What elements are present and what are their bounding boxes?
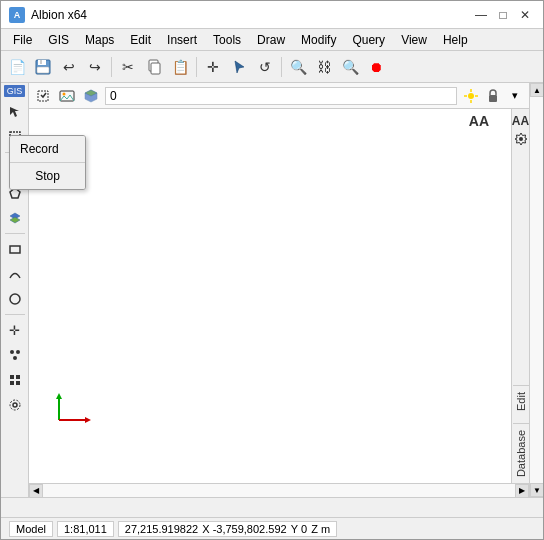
svg-rect-34 (489, 95, 497, 102)
svg-point-23 (10, 400, 20, 410)
scroll-left-btn[interactable]: ◀ (29, 484, 43, 498)
svg-point-22 (13, 403, 17, 407)
scroll-down-btn[interactable]: ▼ (530, 483, 543, 497)
scroll-up-btn[interactable]: ▲ (530, 83, 543, 97)
canvas-wrapper: AA AA (29, 109, 529, 483)
compass (49, 390, 99, 433)
menu-modify[interactable]: Modify (293, 29, 344, 50)
toolbar-zoom[interactable]: 🔍 (286, 55, 310, 79)
window-title: Albion x64 (31, 8, 87, 22)
layer-sun-btn[interactable] (461, 86, 481, 106)
unit-value: m (321, 523, 330, 535)
close-button[interactable]: ✕ (515, 5, 535, 25)
y-value: -3,759,802.592 (213, 523, 287, 535)
tool-layers[interactable] (3, 206, 27, 230)
minimize-button[interactable]: — (471, 5, 491, 25)
model-status: Model (9, 521, 53, 537)
status-bar: Model 1:81,011 27,215.919822 X -3,759,80… (1, 517, 543, 539)
layer-select-btn[interactable] (33, 86, 53, 106)
toolbar-link[interactable]: ⛓ (312, 55, 336, 79)
edit-section: Edit (513, 385, 529, 417)
coord-status: 27,215.919822 X -3,759,802.592 Y 0 Z m (118, 521, 337, 537)
x-value: 27,215.919822 (125, 523, 198, 535)
stop-button[interactable]: Stop (10, 163, 85, 189)
menu-file[interactable]: File (5, 29, 40, 50)
toolbar-redo[interactable]: ↪ (83, 55, 107, 79)
layer-dropdown-btn[interactable]: ▾ (505, 86, 525, 106)
tool-cross[interactable]: ✛ (3, 318, 27, 342)
svg-rect-2 (40, 60, 42, 64)
tool-settings[interactable] (3, 393, 27, 417)
menu-query[interactable]: Query (344, 29, 393, 50)
tool-rectangle[interactable] (3, 237, 27, 261)
gis-badge: GIS (4, 85, 26, 97)
toolbar-undo[interactable]: ↩ (57, 55, 81, 79)
canvas[interactable]: AA (29, 109, 511, 483)
y-label: Y (291, 523, 298, 535)
canvas-area: ▾ AA (29, 83, 529, 497)
left-sep-2 (5, 233, 25, 234)
bottom-extra (1, 497, 543, 517)
menu-view[interactable]: View (393, 29, 435, 50)
layer-lock-btn[interactable] (483, 86, 503, 106)
layer-input[interactable] (105, 87, 457, 105)
horizontal-scrollbar: ◀ ▶ (29, 483, 529, 497)
record-stop-panel: Record Stop (9, 135, 86, 190)
scroll-right-btn[interactable]: ▶ (515, 484, 529, 498)
scroll-h-track[interactable] (43, 484, 515, 497)
menu-gis[interactable]: GIS (40, 29, 77, 50)
svg-point-15 (10, 350, 14, 354)
layer-icons: ▾ (461, 86, 525, 106)
main-window: A Albion x64 — □ ✕ File GIS Maps Edit In… (0, 0, 544, 540)
svg-marker-36 (56, 393, 62, 399)
layer-bar: ▾ (29, 83, 529, 109)
svg-rect-3 (37, 67, 49, 73)
tool-node[interactable] (3, 343, 27, 367)
menu-maps[interactable]: Maps (77, 29, 122, 50)
menu-help[interactable]: Help (435, 29, 476, 50)
svg-rect-20 (10, 381, 14, 385)
maximize-button[interactable]: □ (493, 5, 513, 25)
z-value: 0 (301, 523, 307, 535)
edit-label[interactable]: Edit (513, 388, 529, 415)
tool-circle[interactable] (3, 287, 27, 311)
left-sep-3 (5, 314, 25, 315)
toolbar-record[interactable]: ⏺ (364, 55, 388, 79)
toolbar-new[interactable]: 📄 (5, 55, 29, 79)
svg-marker-6 (235, 61, 244, 73)
tool-grid[interactable] (3, 368, 27, 392)
database-section: Database (513, 423, 529, 483)
settings-tool-btn[interactable] (513, 131, 529, 147)
toolbar-paste[interactable]: 📋 (168, 55, 192, 79)
toolbar-select[interactable] (227, 55, 251, 79)
tool-arc[interactable] (3, 262, 27, 286)
menu-edit[interactable]: Edit (122, 29, 159, 50)
menu-insert[interactable]: Insert (159, 29, 205, 50)
menu-draw[interactable]: Draw (249, 29, 293, 50)
tool-arrow[interactable] (3, 100, 27, 124)
toolbar-zoom2[interactable]: 🔍 (338, 55, 362, 79)
menu-tools[interactable]: Tools (205, 29, 249, 50)
svg-rect-18 (10, 375, 14, 379)
svg-rect-5 (151, 63, 160, 74)
layer-3d-btn[interactable] (81, 86, 101, 106)
vertical-scrollbar: ▲ ▼ (529, 83, 543, 497)
toolbar-rotate[interactable]: ↺ (253, 55, 277, 79)
database-label[interactable]: Database (513, 426, 529, 481)
svg-marker-7 (10, 107, 19, 117)
toolbar-copy[interactable] (142, 55, 166, 79)
toolbar-save[interactable] (31, 55, 55, 79)
toolbar-cut[interactable]: ✂ (116, 55, 140, 79)
svg-rect-19 (16, 375, 20, 379)
svg-point-17 (13, 356, 17, 360)
toolbar: 📄 ↩ ↪ ✂ 📋 ✛ ↺ 🔍 ⛓ 🔍 ⏺ (1, 51, 543, 83)
scale-value: 1:81,011 (64, 523, 107, 535)
record-button[interactable]: Record (10, 136, 85, 163)
aa-tool-btn[interactable]: AA (513, 113, 529, 129)
scroll-v-track[interactable] (530, 97, 543, 483)
toolbar-sep-1 (111, 57, 112, 77)
toolbar-move[interactable]: ✛ (201, 55, 225, 79)
svg-point-16 (16, 350, 20, 354)
layer-image-btn[interactable] (57, 86, 77, 106)
z-label: Z (311, 523, 318, 535)
